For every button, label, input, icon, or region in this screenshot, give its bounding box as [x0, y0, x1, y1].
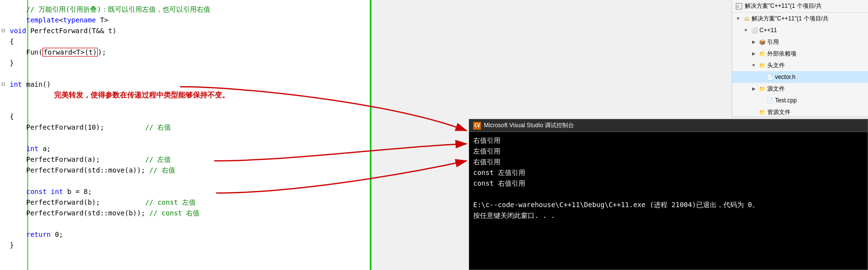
code-line-19 — [0, 218, 369, 229]
console-line-4: const 左值引用 — [473, 167, 864, 178]
tree-external-deps[interactable]: ▶ 📁 外部依赖项 — [732, 48, 868, 59]
code-line-13: PerfectForward(a); // 左值 — [0, 154, 369, 165]
code-line-16: const int b = 8; — [0, 186, 369, 197]
console-titlebar: CV Microsoft Visual Studio 调试控制台 — [469, 119, 868, 132]
project-cpp11[interactable]: ▼ ⬜ C++11 — [732, 24, 868, 36]
project-label: C++11 — [759, 25, 777, 35]
tree-test-cpp[interactable]: ▶ 📄 Test.cpp — [732, 95, 868, 106]
svg-text:S: S — [737, 4, 739, 9]
console-line-1: 右值引用 — [473, 135, 864, 146]
code-line-18: PerfectForward(std::move(b)); // const 右… — [0, 208, 369, 218]
tree-sources[interactable]: ▶ 📁 源文件 — [732, 83, 868, 95]
tree-headers[interactable]: ▼ 📁 头文件 — [732, 59, 868, 71]
console-line-3: 右值引用 — [473, 156, 864, 167]
solution-header: S 解决方案"C++11"(1 个项目/共 — [732, 0, 868, 13]
code-line-3: ⊟ void PerfectForward(T&& t) — [0, 25, 369, 36]
solution-root-label: 解决方案"C++11"(1 个项目/共 — [752, 14, 829, 23]
console-app-icon: CV — [473, 122, 481, 130]
console-line-7: E:\c--code-warehouse\C++11\Debug\C++11.e… — [473, 199, 864, 210]
tree-references[interactable]: ▶ 📦 引用 — [732, 36, 868, 48]
solution-title: 解决方案"C++11"(1 个项目/共 — [745, 2, 822, 10]
code-line-4: { — [0, 36, 369, 47]
code-line-2: template<typename T> — [0, 15, 369, 25]
code-line-20: return 0; — [0, 229, 369, 240]
code-line-11 — [0, 133, 369, 143]
code-line-21: } — [0, 240, 369, 251]
tree-arrow-root: ▼ — [734, 15, 742, 22]
console-title: Microsoft Visual Studio 调试控制台 — [484, 121, 574, 130]
console-line-6 — [473, 189, 864, 199]
solution-tree-root[interactable]: ▼ 🗂 解决方案"C++11"(1 个项目/共 — [732, 13, 868, 24]
console-line-2: 左值引用 — [473, 146, 864, 156]
project-arrow: ▼ — [742, 26, 750, 34]
code-line-6: } — [0, 58, 369, 68]
solution-explorer[interactable]: S 解决方案"C++11"(1 个项目/共 ▼ 🗂 解决方案"C++11"(1 … — [732, 0, 868, 117]
code-line-7 — [0, 68, 369, 79]
console-line-5: const 右值引用 — [473, 178, 864, 189]
tree-resources[interactable]: ▶ 📁 资源文件 — [732, 106, 868, 117]
code-line-5: Fun(forward<T>(t)); — [0, 47, 369, 58]
console-body: 右值引用 左值引用 右值引用 const 左值引用 const 右值引用 E:\… — [469, 132, 868, 224]
code-line-17: PerfectForward(b); // const 左值 — [0, 197, 369, 208]
code-line-9: { — [0, 111, 369, 122]
code-editor[interactable]: // 万能引用(引用折叠)：既可以引用左值，也可以引用右值 template<t… — [0, 0, 370, 270]
code-line-12: int a; — [0, 143, 369, 154]
project-icon: ⬜ — [751, 26, 758, 34]
solution-icon: S — [735, 2, 743, 10]
tree-vector-h[interactable]: ▶ 📄 vector.h — [732, 71, 868, 83]
right-section: S 解决方案"C++11"(1 个项目/共 ▼ 🗂 解决方案"C++11"(1 … — [370, 0, 868, 270]
code-line-14: PerfectForward(std::move(a)); // 右值 — [0, 165, 369, 175]
console-panel[interactable]: CV Microsoft Visual Studio 调试控制台 右值引用 左值… — [469, 119, 868, 270]
code-line-10: PerfectForward(10); // 右值 — [0, 122, 369, 133]
solution-file-icon: 🗂 — [743, 15, 751, 22]
code-line-1: // 万能引用(引用折叠)：既可以引用左值，也可以引用右值 — [0, 4, 369, 15]
code-line-8: ⊟ int main() 完美转发，使得参数在传递过程中类型能够保持不变。 — [0, 79, 369, 111]
console-line-8: 按任意键关闭此窗口. . . — [473, 210, 864, 221]
code-line-15 — [0, 175, 369, 186]
green-accent-line — [370, 0, 371, 270]
annotation-text: 完美转发，使得参数在传递过程中类型能够保持不变。 — [54, 91, 229, 99]
